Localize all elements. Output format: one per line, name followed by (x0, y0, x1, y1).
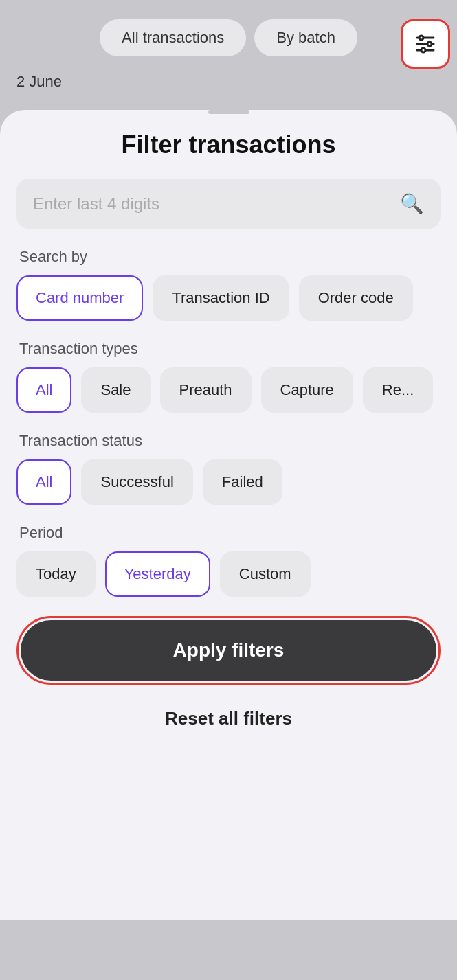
svg-point-3 (419, 36, 423, 40)
search-box[interactable]: Enter last 4 digits 🔍 (16, 179, 441, 229)
chip-status-successful[interactable]: Successful (81, 459, 192, 505)
svg-point-4 (427, 42, 432, 46)
filter-sheet: Filter transactions Enter last 4 digits … (0, 110, 457, 920)
phone-container: All transactions By batch 2 June Filter … (0, 0, 457, 980)
search-by-label: Search by (0, 248, 457, 266)
chip-period-today[interactable]: Today (16, 551, 96, 597)
search-by-chips: Card number Transaction ID Order code (0, 275, 457, 321)
transaction-type-chips: All Sale Preauth Capture Re... (0, 367, 457, 413)
svg-point-5 (421, 48, 425, 52)
chip-type-re[interactable]: Re... (363, 367, 433, 413)
transaction-status-chips: All Successful Failed (0, 459, 457, 505)
chip-status-all[interactable]: All (16, 459, 71, 505)
top-nav: All transactions By batch (0, 0, 457, 67)
drag-handle[interactable] (208, 110, 249, 114)
chip-period-custom[interactable]: Custom (220, 551, 311, 597)
chip-period-yesterday[interactable]: Yesterday (105, 551, 210, 597)
apply-btn-wrap: Apply filters (16, 616, 441, 685)
search-placeholder: Enter last 4 digits (33, 194, 159, 214)
apply-filters-button[interactable]: Apply filters (21, 620, 436, 681)
tab-all-transactions[interactable]: All transactions (100, 19, 246, 56)
transaction-types-label: Transaction types (0, 340, 457, 358)
filter-button[interactable] (401, 19, 450, 69)
chip-transaction-id[interactable]: Transaction ID (153, 275, 289, 321)
chip-status-failed[interactable]: Failed (203, 459, 282, 505)
filter-sliders-icon (413, 32, 438, 56)
period-chips: Today Yesterday Custom (0, 551, 457, 597)
tab-by-batch[interactable]: By batch (254, 19, 357, 56)
date-label: 2 June (0, 67, 457, 99)
chip-order-code[interactable]: Order code (299, 275, 413, 321)
chip-card-number[interactable]: Card number (16, 275, 143, 321)
period-label: Period (0, 524, 457, 542)
transaction-status-label: Transaction status (0, 432, 457, 450)
reset-filters-button[interactable]: Reset all filters (157, 700, 300, 738)
chip-type-capture[interactable]: Capture (261, 367, 353, 413)
sheet-title: Filter transactions (0, 130, 457, 159)
search-icon: 🔍 (400, 192, 424, 215)
chip-type-sale[interactable]: Sale (81, 367, 150, 413)
chip-type-preauth[interactable]: Preauth (160, 367, 252, 413)
chip-type-all[interactable]: All (16, 367, 71, 413)
